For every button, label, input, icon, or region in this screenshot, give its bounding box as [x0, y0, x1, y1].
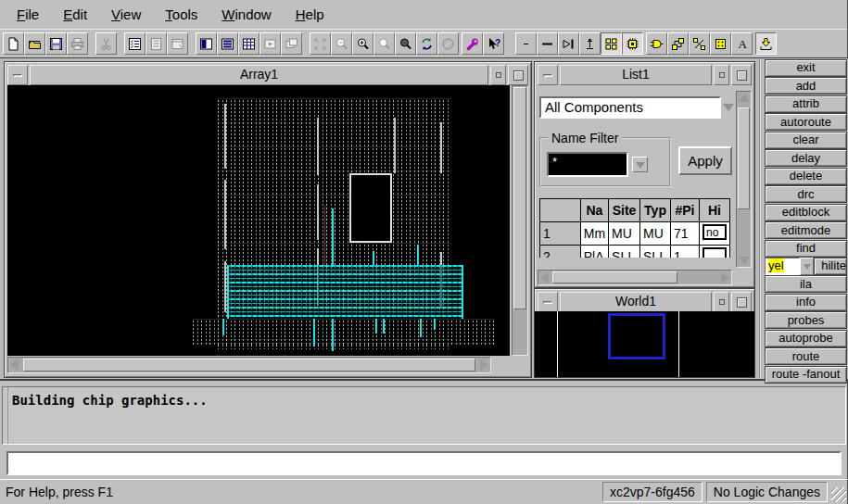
chip-toggle-button[interactable]	[622, 32, 643, 55]
help-mode-button[interactable]: ?	[483, 32, 504, 55]
hilite-cell-combo[interactable]: no	[702, 224, 727, 240]
tiles-toggle-button[interactable]	[601, 32, 622, 55]
horizontal-panes-button[interactable]	[217, 32, 238, 55]
hilite-button[interactable]: hilite	[814, 258, 847, 275]
resize-grip[interactable]	[831, 487, 846, 502]
array-horizontal-scrollbar[interactable]	[7, 357, 491, 373]
clear-button[interactable]: clear	[765, 132, 847, 149]
pin-marker-button[interactable]	[579, 32, 601, 55]
list-hscroll-thumb[interactable]	[552, 271, 677, 284]
scroll-right-icon[interactable]	[721, 272, 729, 284]
scroll-right-icon[interactable]	[480, 359, 488, 371]
print-button[interactable]	[67, 32, 88, 55]
array-maximize-button[interactable]	[508, 65, 528, 85]
line-thin-button[interactable]	[515, 32, 537, 55]
hilite-color-select[interactable]: yel	[765, 258, 800, 275]
exit-button[interactable]: exit	[765, 59, 847, 77]
apply-button[interactable]: Apply	[678, 146, 732, 175]
editblock-button[interactable]: editblock	[765, 204, 847, 221]
route-button[interactable]: route	[765, 347, 847, 365]
delete-button[interactable]: delete	[765, 168, 847, 185]
table-row[interactable]: 1 Mm MU MU 71 no	[540, 222, 730, 246]
drc-button[interactable]: drc	[765, 185, 847, 203]
col-rownum[interactable]	[540, 199, 581, 222]
hilite-cell-combo[interactable]	[702, 247, 727, 258]
chip-array-canvas[interactable]	[7, 85, 510, 356]
zoom-in-button[interactable]	[352, 32, 373, 55]
chip-pins-button[interactable]	[710, 32, 731, 55]
world-restore-button[interactable]	[714, 292, 729, 312]
array-minimize-button[interactable]	[7, 65, 28, 85]
col-hilite[interactable]: Hi	[699, 199, 729, 222]
list-vertical-scrollbar[interactable]	[736, 91, 752, 268]
add-button[interactable]: add	[765, 77, 847, 94]
add-gate-button[interactable]	[646, 32, 667, 55]
delay-button[interactable]: delay	[765, 149, 847, 167]
world-maximize-button[interactable]	[731, 292, 752, 312]
array-restore-button[interactable]	[490, 65, 506, 85]
zoom-selection-button[interactable]	[373, 32, 395, 55]
array-vscroll-thumb[interactable]	[513, 87, 526, 309]
cut-button[interactable]	[95, 32, 117, 55]
col-pins[interactable]: #Pi	[671, 199, 700, 222]
attrib-button[interactable]: attrib	[765, 95, 847, 113]
play-window-button[interactable]	[259, 32, 281, 55]
autoroute-button[interactable]: autoroute	[765, 113, 847, 131]
list-horizontal-scrollbar[interactable]	[538, 270, 732, 285]
world-titlebar[interactable]: World1	[538, 292, 752, 312]
open-file-button[interactable]	[24, 32, 45, 55]
menu-file[interactable]: File	[6, 3, 50, 26]
command-line-input[interactable]	[6, 451, 842, 475]
component-type-select[interactable]: All Components	[539, 96, 721, 119]
list-minimize-button[interactable]	[538, 65, 558, 85]
split-view-button[interactable]	[196, 32, 217, 55]
autoprobe-button[interactable]: autoprobe	[765, 330, 847, 347]
console-output[interactable]: Building chip graphics...	[2, 386, 846, 445]
world-minimize-button[interactable]	[538, 292, 558, 312]
scroll-down-icon[interactable]	[739, 257, 750, 265]
scroll-up-icon[interactable]	[739, 94, 750, 102]
col-site[interactable]: Site	[609, 199, 640, 222]
refresh-button[interactable]	[416, 32, 437, 55]
tools-wrench-button[interactable]	[462, 32, 483, 55]
menu-help[interactable]: Help	[285, 3, 335, 26]
editmode-button[interactable]: editmode	[765, 221, 847, 239]
probe-gate-button[interactable]	[558, 32, 579, 55]
col-type[interactable]: Typ	[640, 199, 671, 222]
table-row[interactable]: 2 PlA SLI SLI 1	[540, 246, 730, 258]
new-file-button[interactable]	[3, 32, 24, 55]
route-blocks-button[interactable]	[667, 32, 689, 55]
list-properties-button[interactable]	[124, 32, 146, 55]
zoom-out-button[interactable]	[331, 32, 352, 55]
array-titlebar[interactable]: Array1	[7, 65, 528, 85]
name-filter-dropdown-button[interactable]	[632, 157, 648, 172]
list-maximize-button[interactable]	[731, 65, 752, 85]
world-overview-canvas[interactable]	[535, 311, 754, 377]
scroll-left-icon[interactable]	[10, 359, 19, 371]
list-view-button[interactable]	[146, 32, 167, 55]
new-window-button[interactable]	[167, 32, 188, 55]
list-restore-button[interactable]	[714, 65, 729, 85]
info-button[interactable]: info	[765, 294, 847, 311]
zoom-full-button[interactable]	[395, 32, 416, 55]
download-design-button[interactable]	[755, 32, 777, 55]
array-vertical-scrollbar[interactable]	[512, 85, 528, 356]
pan-button[interactable]	[437, 32, 459, 55]
scroll-left-icon[interactable]	[540, 272, 549, 284]
zoom-fit-button[interactable]	[310, 32, 331, 55]
probes-button[interactable]: probes	[765, 311, 847, 329]
text-label-button[interactable]: A	[731, 32, 753, 55]
menu-edit[interactable]: Edit	[52, 3, 98, 26]
list-vscroll-thumb[interactable]	[738, 107, 750, 209]
route-fanout-button[interactable]: route -fanout	[765, 366, 847, 384]
find-button[interactable]: find	[765, 240, 847, 258]
grid-panes-button[interactable]	[238, 32, 259, 55]
cascade-windows-button[interactable]	[281, 32, 302, 55]
col-name[interactable]: Na	[580, 199, 608, 222]
array-hscroll-thumb[interactable]	[23, 359, 475, 372]
world-viewport-box[interactable]	[608, 313, 665, 359]
menu-tools[interactable]: Tools	[154, 3, 209, 26]
combo-arrow-icon[interactable]	[723, 104, 734, 117]
save-button[interactable]	[45, 32, 67, 55]
ila-button[interactable]: ila	[765, 275, 847, 293]
